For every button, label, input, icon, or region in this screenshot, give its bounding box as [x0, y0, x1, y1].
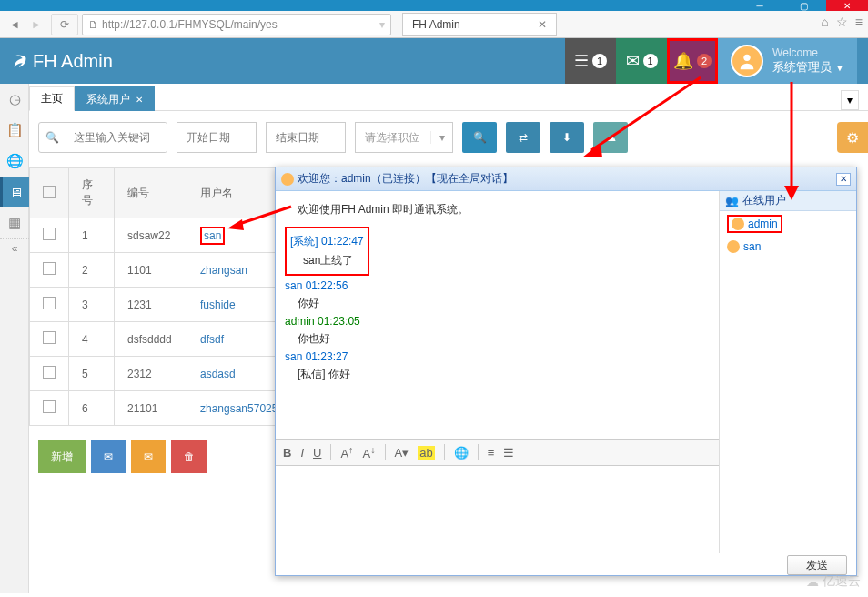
more-icon[interactable]: ≡ [855, 15, 863, 29]
svg-marker-2 [582, 143, 602, 157]
cell-no: 1231 [115, 288, 187, 322]
row-check[interactable] [43, 262, 56, 275]
search-button[interactable]: 🔍 [462, 122, 497, 153]
th-no: 编号 [115, 168, 187, 218]
leaf-icon [11, 53, 27, 69]
bookmark-icon[interactable]: ▾ [379, 18, 385, 31]
page-tabs: 主页 系统用户✕ ▾ [0, 84, 868, 111]
refresh-icon[interactable]: ⟳ [51, 14, 78, 35]
tasks-badge: 1 [592, 54, 607, 68]
username-link[interactable]: san [204, 229, 221, 242]
app-title: FH Admin [33, 51, 113, 72]
row-check[interactable] [43, 366, 56, 379]
browser-bar: ◄ ► ⟳ 🗋 http://127.0.0.1/FHMYSQL/main/ye… [0, 11, 868, 38]
fwd-icon[interactable]: ► [25, 14, 47, 35]
svg-marker-3 [784, 186, 799, 200]
home-icon[interactable]: ⌂ [821, 15, 828, 29]
cell-no: 1101 [115, 253, 187, 288]
help-button[interactable]: ⚙ [837, 122, 868, 153]
cell-no: 2312 [115, 357, 187, 391]
username-link[interactable]: zhangsan570256 [200, 402, 284, 415]
bell-icon: 🔔 [673, 51, 693, 71]
dialog-titlebar[interactable]: 欢迎您：admin（已连接）【现在全局对话】 ✕ [276, 167, 856, 191]
search-input[interactable]: 🔍 [38, 122, 167, 153]
add-button[interactable]: 新增 [38, 440, 86, 473]
chat-dialog: 欢迎您：admin（已连接）【现在全局对话】 ✕ 欢迎使用FH Admin 即时… [275, 167, 857, 576]
tab-close-icon[interactable]: ✕ [538, 18, 547, 31]
tab-users[interactable]: 系统用户✕ [75, 86, 155, 111]
list-ul-icon[interactable]: ☰ [503, 446, 514, 460]
username-link[interactable]: asdasd [200, 368, 236, 380]
url-bar[interactable]: 🗋 http://127.0.0.1/FHMYSQL/main/yes ▾ [82, 14, 391, 35]
close-icon[interactable]: ✕ [136, 95, 143, 105]
user-icon [727, 240, 740, 253]
swap-button[interactable]: ⇄ [506, 122, 540, 153]
download-button[interactable]: ⬇ [550, 122, 584, 153]
online-user[interactable]: san [720, 237, 856, 257]
side-dashboard-icon[interactable]: ◷ [0, 84, 29, 115]
row-check[interactable] [43, 400, 56, 413]
msg-header: san 01:23:27 [285, 350, 710, 363]
role-select[interactable]: 请选择职位 ▾ [355, 122, 453, 153]
win-max-icon[interactable]: ▢ [782, 0, 824, 11]
delete-button[interactable]: 🗑 [171, 440, 207, 473]
url-text: http://127.0.0.1/FHMYSQL/main/yes [102, 18, 278, 31]
row-check[interactable] [43, 331, 56, 344]
browser-tab[interactable]: FH Admin ✕ [402, 13, 557, 36]
start-date-input[interactable] [177, 122, 257, 153]
notify-badge: 2 [697, 54, 712, 68]
cell-seq: 6 [69, 391, 115, 426]
end-date-input[interactable] [266, 122, 346, 153]
star-icon[interactable]: ☆ [836, 15, 848, 29]
search-icon: 🔍 [39, 131, 66, 144]
mail2-action-button[interactable]: ✉ [131, 440, 166, 473]
tabs-dropdown[interactable]: ▾ [841, 90, 859, 110]
side-globe-icon[interactable]: 🌐 [0, 146, 29, 177]
font-inc-icon[interactable]: A↑ [340, 444, 353, 460]
emoji-icon[interactable]: 🌐 [454, 446, 469, 460]
chat-input[interactable] [276, 466, 719, 553]
underline-icon[interactable]: U [313, 446, 321, 460]
th-seq: 序号 [69, 168, 115, 218]
side-grid-icon[interactable]: ▦ [0, 207, 29, 238]
intro-msg: 欢迎使用FH Admin 即时通讯系统。 [285, 202, 710, 218]
msg-body: san上线了 [290, 253, 364, 268]
welcome-label: Welcome [772, 46, 844, 61]
mail-action-button[interactable]: ✉ [91, 440, 126, 473]
win-min-icon[interactable]: ─ [739, 0, 781, 11]
font-dec-icon[interactable]: A↓ [363, 444, 376, 460]
cell-seq: 3 [69, 288, 115, 322]
check-all[interactable] [43, 186, 56, 198]
tab-home[interactable]: 主页 [29, 86, 75, 111]
chevron-down-icon: ▼ [835, 63, 844, 73]
side-clipboard-icon[interactable]: 📋 [0, 115, 29, 146]
app-logo[interactable]: FH Admin [11, 51, 113, 72]
list-icon: ☰ [574, 51, 589, 71]
username-link[interactable]: zhangsan [200, 264, 247, 277]
cloud-icon: ☁ [806, 574, 819, 589]
username-link[interactable]: dfsdf [200, 333, 224, 346]
online-user[interactable]: admin [720, 211, 856, 237]
back-icon[interactable]: ◄ [4, 14, 25, 35]
highlight-icon[interactable]: ab [418, 446, 434, 460]
cell-no: sdsaw22 [115, 218, 187, 253]
sidebar-collapse-icon[interactable]: « [0, 238, 29, 257]
bold-icon[interactable]: B [283, 446, 291, 460]
username-link[interactable]: fushide [200, 298, 236, 311]
svg-point-0 [743, 55, 750, 61]
dialog-close-icon[interactable]: ✕ [836, 173, 851, 186]
search-field[interactable] [66, 123, 167, 152]
row-check[interactable] [43, 228, 56, 240]
send-button[interactable]: 发送 [787, 555, 847, 575]
win-close-icon[interactable]: ✕ [826, 0, 868, 11]
italic-icon[interactable]: I [300, 446, 304, 460]
font-color-icon[interactable]: A▾ [395, 446, 409, 460]
mail-badge: 1 [643, 54, 658, 68]
row-check[interactable] [43, 297, 56, 309]
role-label: 系统管理员▼ [772, 60, 844, 76]
user-menu[interactable]: Welcome 系统管理员▼ [718, 38, 857, 84]
list-ol-icon[interactable]: ≡ [488, 446, 495, 460]
user-icon [281, 173, 294, 186]
role-label: 请选择职位 [356, 130, 430, 146]
side-desktop-icon[interactable]: 🖥 [0, 177, 29, 207]
